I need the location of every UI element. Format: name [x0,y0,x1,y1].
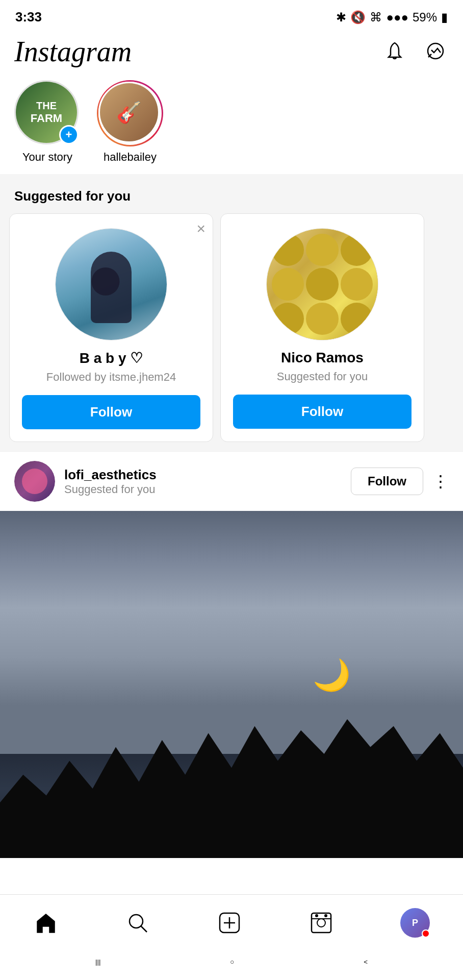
android-menu-button[interactable]: ||| [85,954,111,970]
follow-nico-button[interactable]: Follow [233,395,411,429]
add-story-button[interactable]: + [59,125,79,144]
bottom-navigation: P ||| ○ < [0,894,463,980]
nico-avatar [266,228,378,340]
system-navigation: ||| ○ < [0,947,463,980]
nico-card-name: Nico Ramos [281,350,364,366]
notifications-button[interactable] [381,38,408,66]
notification-dot [422,929,430,938]
svg-line-2 [141,926,147,932]
lofi-aesthetics-avatar [14,461,55,502]
suggested-section: Suggested for you × B a b y ♡ Followed b… [0,174,463,451]
profile-nav-button[interactable]: P [392,904,438,942]
hallebailey-avatar-wrap: 🎸 [97,80,163,146]
status-icons: ✱ 🔇 ⌘ ●●● 59% ▮ [336,10,448,24]
svg-point-9 [315,914,318,917]
story-hallebailey[interactable]: 🎸 hallebailey [97,80,163,164]
stories-section: THE FARM + Your story 🎸 hallebailey [0,75,463,174]
lofi-aesthetics-sub: Suggested for you [64,483,342,496]
suggested-card-baby: × B a b y ♡ Followed by itsme.jhem24 Fol… [9,213,213,442]
instagram-logo: Instagram [14,35,132,68]
baby-card-name: B a b y ♡ [80,350,143,366]
moon-icon: 🌙 [313,657,351,693]
android-home-button[interactable]: ○ [220,954,244,970]
suggested-title: Suggested for you [0,183,463,213]
post-suggestion-actions: Follow ⋮ [351,468,449,495]
home-nav-button[interactable] [25,906,67,940]
signal-icon: ●●● [386,10,408,24]
lofi-aesthetics-info: lofi_aesthetics Suggested for you [64,467,342,496]
post-suggestion-row: lofi_aesthetics Suggested for you Follow… [0,451,463,511]
status-time: 3:33 [15,9,42,25]
baby-card-sub: Followed by itsme.jhem24 [46,371,176,384]
mute-icon: 🔇 [350,10,366,24]
add-post-nav-button[interactable] [209,906,250,940]
svg-rect-6 [312,913,331,933]
nico-card-sub: Suggested for you [277,370,368,383]
your-story-label: Your story [22,151,72,164]
hallebailey-label: hallebailey [104,151,157,164]
search-nav-button[interactable] [117,906,159,940]
status-bar: 3:33 ✱ 🔇 ⌘ ●●● 59% ▮ [0,0,463,30]
messenger-button[interactable] [422,38,449,66]
android-back-button[interactable]: < [353,954,378,970]
sky-background [0,511,463,754]
close-baby-card-button[interactable]: × [196,221,205,236]
follow-lofi-button[interactable]: Follow [351,468,423,495]
battery-text: 59% [413,10,437,24]
header-action-icons [381,38,449,66]
lofi-aesthetics-username: lofi_aesthetics [64,467,342,483]
more-options-button[interactable]: ⋮ [432,472,449,491]
svg-point-10 [324,914,327,917]
wifi-icon: ⌘ [370,10,382,24]
story-your-story[interactable]: THE FARM + Your story [14,80,81,164]
profile-avatar: P [400,908,430,938]
bluetooth-icon: ✱ [336,10,346,24]
your-story-avatar-wrap: THE FARM + [14,80,81,146]
battery-icon: ▮ [441,10,448,24]
suggested-card-nico: Nico Ramos Suggested for you Follow [220,213,424,442]
post-image: 🌙 [0,511,463,858]
hallebailey-avatar: 🎸 [98,82,160,143]
svg-point-7 [317,919,325,927]
follow-baby-button[interactable]: Follow [22,395,200,429]
nav-items: P [0,895,463,947]
suggested-cards-list: × B a b y ♡ Followed by itsme.jhem24 Fol… [0,213,463,451]
reels-nav-button[interactable] [300,906,342,940]
baby-avatar [55,228,167,340]
header: Instagram [0,30,463,75]
